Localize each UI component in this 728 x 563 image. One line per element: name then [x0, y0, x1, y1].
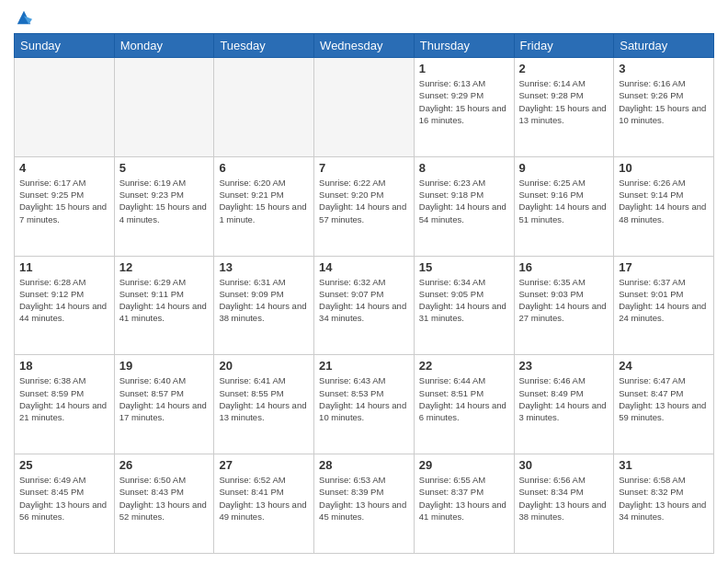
calendar-cell: 21Sunrise: 6:43 AM Sunset: 8:53 PM Dayli… — [314, 355, 415, 454]
day-number: 24 — [619, 359, 709, 373]
calendar-cell: 9Sunrise: 6:25 AM Sunset: 9:16 PM Daylig… — [514, 156, 614, 256]
day-number: 25 — [19, 458, 109, 472]
day-info: Sunrise: 6:37 AM Sunset: 9:01 PM Dayligh… — [619, 276, 709, 325]
calendar-cell: 13Sunrise: 6:31 AM Sunset: 9:09 PM Dayli… — [214, 256, 314, 355]
day-info: Sunrise: 6:43 AM Sunset: 8:53 PM Dayligh… — [319, 374, 409, 423]
calendar-week-1: 1Sunrise: 6:13 AM Sunset: 9:29 PM Daylig… — [15, 58, 714, 157]
day-info: Sunrise: 6:13 AM Sunset: 9:29 PM Dayligh… — [419, 77, 509, 126]
calendar-cell: 30Sunrise: 6:56 AM Sunset: 8:34 PM Dayli… — [514, 454, 614, 554]
day-number: 11 — [19, 260, 109, 274]
day-number: 16 — [519, 260, 609, 274]
calendar-header-saturday: Saturday — [614, 34, 714, 58]
calendar-week-4: 18Sunrise: 6:38 AM Sunset: 8:59 PM Dayli… — [15, 355, 714, 454]
day-info: Sunrise: 6:22 AM Sunset: 9:20 PM Dayligh… — [319, 177, 409, 225]
day-number: 9 — [519, 161, 609, 175]
day-number: 31 — [619, 458, 709, 472]
calendar-cell: 15Sunrise: 6:34 AM Sunset: 9:05 PM Dayli… — [414, 256, 514, 355]
calendar-header-friday: Friday — [514, 34, 614, 58]
calendar-table: SundayMondayTuesdayWednesdayThursdayFrid… — [14, 33, 714, 554]
day-info: Sunrise: 6:31 AM Sunset: 9:09 PM Dayligh… — [219, 276, 309, 325]
calendar-cell: 2Sunrise: 6:14 AM Sunset: 9:28 PM Daylig… — [514, 58, 614, 157]
day-number: 12 — [119, 260, 210, 274]
day-info: Sunrise: 6:55 AM Sunset: 8:37 PM Dayligh… — [419, 474, 509, 523]
day-number: 15 — [419, 260, 509, 274]
calendar-cell: 8Sunrise: 6:23 AM Sunset: 9:18 PM Daylig… — [414, 156, 514, 256]
day-info: Sunrise: 6:35 AM Sunset: 9:03 PM Dayligh… — [519, 276, 609, 325]
calendar-cell: 25Sunrise: 6:49 AM Sunset: 8:45 PM Dayli… — [15, 454, 115, 554]
day-info: Sunrise: 6:23 AM Sunset: 9:18 PM Dayligh… — [419, 177, 509, 225]
day-number: 21 — [319, 359, 409, 373]
day-number: 23 — [519, 359, 609, 373]
calendar-cell: 27Sunrise: 6:52 AM Sunset: 8:41 PM Dayli… — [214, 454, 314, 554]
calendar-cell: 17Sunrise: 6:37 AM Sunset: 9:01 PM Dayli… — [614, 256, 714, 355]
calendar-cell: 7Sunrise: 6:22 AM Sunset: 9:20 PM Daylig… — [314, 156, 415, 256]
day-number: 8 — [419, 161, 509, 175]
calendar-cell: 11Sunrise: 6:28 AM Sunset: 9:12 PM Dayli… — [15, 256, 115, 355]
day-number: 22 — [419, 359, 509, 373]
calendar-cell: 4Sunrise: 6:17 AM Sunset: 9:25 PM Daylig… — [15, 156, 115, 256]
calendar-header-sunday: Sunday — [15, 34, 115, 58]
calendar-cell: 6Sunrise: 6:20 AM Sunset: 9:21 PM Daylig… — [214, 156, 314, 256]
day-number: 10 — [619, 161, 709, 175]
day-number: 4 — [19, 161, 109, 175]
calendar-header-monday: Monday — [114, 34, 214, 58]
day-number: 1 — [419, 62, 509, 75]
day-number: 17 — [619, 260, 709, 274]
day-info: Sunrise: 6:28 AM Sunset: 9:12 PM Dayligh… — [19, 276, 109, 325]
day-number: 5 — [119, 161, 210, 175]
day-info: Sunrise: 6:26 AM Sunset: 9:14 PM Dayligh… — [619, 177, 709, 225]
logo — [14, 9, 32, 26]
calendar-header-thursday: Thursday — [414, 34, 514, 58]
calendar-week-2: 4Sunrise: 6:17 AM Sunset: 9:25 PM Daylig… — [15, 156, 714, 256]
calendar-header-row: SundayMondayTuesdayWednesdayThursdayFrid… — [15, 34, 714, 58]
day-number: 19 — [119, 359, 210, 373]
day-info: Sunrise: 6:46 AM Sunset: 8:49 PM Dayligh… — [519, 374, 609, 423]
day-number: 7 — [319, 161, 409, 175]
day-number: 28 — [319, 458, 409, 472]
day-number: 29 — [419, 458, 509, 472]
day-number: 13 — [219, 260, 309, 274]
calendar-cell: 3Sunrise: 6:16 AM Sunset: 9:26 PM Daylig… — [614, 58, 714, 157]
day-number: 14 — [319, 260, 409, 274]
day-info: Sunrise: 6:52 AM Sunset: 8:41 PM Dayligh… — [219, 474, 309, 523]
calendar-cell: 16Sunrise: 6:35 AM Sunset: 9:03 PM Dayli… — [514, 256, 614, 355]
day-info: Sunrise: 6:38 AM Sunset: 8:59 PM Dayligh… — [19, 374, 109, 423]
day-info: Sunrise: 6:40 AM Sunset: 8:57 PM Dayligh… — [119, 374, 210, 423]
calendar-cell: 24Sunrise: 6:47 AM Sunset: 8:47 PM Dayli… — [614, 355, 714, 454]
page: SundayMondayTuesdayWednesdayThursdayFrid… — [0, 0, 728, 563]
day-info: Sunrise: 6:29 AM Sunset: 9:11 PM Dayligh… — [119, 276, 210, 325]
calendar-header-wednesday: Wednesday — [314, 34, 415, 58]
day-info: Sunrise: 6:41 AM Sunset: 8:55 PM Dayligh… — [219, 374, 309, 423]
calendar-cell: 12Sunrise: 6:29 AM Sunset: 9:11 PM Dayli… — [114, 256, 214, 355]
day-number: 6 — [219, 161, 309, 175]
calendar-cell: 14Sunrise: 6:32 AM Sunset: 9:07 PM Dayli… — [314, 256, 415, 355]
calendar-cell — [114, 58, 214, 157]
calendar-cell — [15, 58, 115, 157]
day-info: Sunrise: 6:17 AM Sunset: 9:25 PM Dayligh… — [19, 177, 109, 225]
day-info: Sunrise: 6:20 AM Sunset: 9:21 PM Dayligh… — [219, 177, 309, 225]
calendar-cell: 29Sunrise: 6:55 AM Sunset: 8:37 PM Dayli… — [414, 454, 514, 554]
day-info: Sunrise: 6:25 AM Sunset: 9:16 PM Dayligh… — [519, 177, 609, 225]
header — [14, 9, 714, 26]
day-number: 2 — [519, 62, 609, 75]
calendar-cell: 23Sunrise: 6:46 AM Sunset: 8:49 PM Dayli… — [514, 355, 614, 454]
calendar-cell: 18Sunrise: 6:38 AM Sunset: 8:59 PM Dayli… — [15, 355, 115, 454]
day-info: Sunrise: 6:44 AM Sunset: 8:51 PM Dayligh… — [419, 374, 509, 423]
day-info: Sunrise: 6:16 AM Sunset: 9:26 PM Dayligh… — [619, 77, 709, 126]
day-info: Sunrise: 6:50 AM Sunset: 8:43 PM Dayligh… — [119, 474, 210, 523]
calendar-cell: 22Sunrise: 6:44 AM Sunset: 8:51 PM Dayli… — [414, 355, 514, 454]
calendar-cell: 5Sunrise: 6:19 AM Sunset: 9:23 PM Daylig… — [114, 156, 214, 256]
calendar-cell: 26Sunrise: 6:50 AM Sunset: 8:43 PM Dayli… — [114, 454, 214, 554]
day-info: Sunrise: 6:47 AM Sunset: 8:47 PM Dayligh… — [619, 374, 709, 423]
day-number: 26 — [119, 458, 210, 472]
calendar-cell — [314, 58, 415, 157]
day-number: 27 — [219, 458, 309, 472]
calendar-week-3: 11Sunrise: 6:28 AM Sunset: 9:12 PM Dayli… — [15, 256, 714, 355]
day-info: Sunrise: 6:49 AM Sunset: 8:45 PM Dayligh… — [19, 474, 109, 523]
day-number: 20 — [219, 359, 309, 373]
calendar-cell: 19Sunrise: 6:40 AM Sunset: 8:57 PM Dayli… — [114, 355, 214, 454]
day-info: Sunrise: 6:56 AM Sunset: 8:34 PM Dayligh… — [519, 474, 609, 523]
day-info: Sunrise: 6:34 AM Sunset: 9:05 PM Dayligh… — [419, 276, 509, 325]
day-info: Sunrise: 6:14 AM Sunset: 9:28 PM Dayligh… — [519, 77, 609, 126]
day-info: Sunrise: 6:58 AM Sunset: 8:32 PM Dayligh… — [619, 474, 709, 523]
